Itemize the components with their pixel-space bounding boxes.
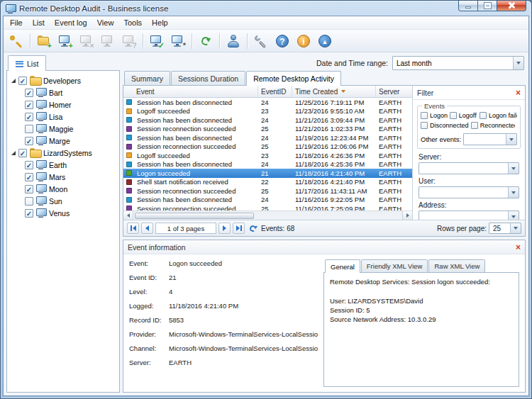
menu-list[interactable]: List xyxy=(28,17,50,28)
checkbox-icon[interactable] xyxy=(471,122,478,129)
tab-raw-xml-view[interactable]: Raw XML View xyxy=(428,259,485,272)
event-row[interactable]: Session reconnection succeeded2511/21/20… xyxy=(123,125,412,134)
tree-item-lisa[interactable]: ✓Lisa xyxy=(9,111,118,123)
menu-view[interactable]: View xyxy=(92,17,119,28)
checkbox-icon[interactable] xyxy=(25,197,33,206)
event-row[interactable]: Session has been disconnected2411/21/201… xyxy=(123,116,412,125)
date-range-select[interactable]: Last month xyxy=(392,56,524,70)
filter-checkbox-reconnected[interactable]: Reconnected xyxy=(471,122,516,129)
checkbox-icon[interactable]: ✓ xyxy=(25,101,33,109)
tab-friendly-xml-view[interactable]: Friendly XML View xyxy=(361,259,428,272)
menu-event-log[interactable]: Event log xyxy=(50,17,92,28)
menu-help[interactable]: Help xyxy=(147,17,173,28)
event-row[interactable]: Session has been disconnected2411/25/201… xyxy=(123,98,412,107)
scroll-left-button[interactable] xyxy=(123,211,133,220)
last-page-button[interactable] xyxy=(233,223,245,234)
refresh-list-button[interactable] xyxy=(249,225,257,232)
tab-list[interactable]: List xyxy=(8,55,46,71)
page-indicator[interactable]: 1 of 3 pages xyxy=(155,223,216,234)
refresh-button[interactable] xyxy=(196,32,216,50)
event-row[interactable]: Session has been disconnected2411/19/201… xyxy=(123,133,412,142)
close-filter-icon[interactable]: × xyxy=(516,89,521,97)
checkbox-icon[interactable]: ✓ xyxy=(25,89,33,97)
checkbox-icon[interactable] xyxy=(421,122,428,129)
next-page-button[interactable] xyxy=(218,223,231,234)
add-computer-button[interactable]: + xyxy=(55,32,75,50)
column-header-server[interactable]: Server xyxy=(376,86,412,97)
filter-checkbox-disconnected[interactable]: Disconnected xyxy=(421,122,471,129)
tree-item-homer[interactable]: ✓Homer xyxy=(9,99,118,111)
checkbox-icon[interactable] xyxy=(480,112,487,119)
close-button[interactable] xyxy=(497,0,526,11)
event-row[interactable]: Session reconnection succeeded2511/17/20… xyxy=(123,186,412,196)
event-row[interactable]: Session has been disconnected2411/18/201… xyxy=(123,160,412,169)
options-button[interactable] xyxy=(251,32,271,50)
about-button[interactable]: i xyxy=(294,32,314,50)
checkbox-icon[interactable]: ✓ xyxy=(18,77,27,85)
tree-item-maggie[interactable]: Maggie xyxy=(9,123,118,135)
other-events-select[interactable] xyxy=(463,133,517,145)
checkbox-icon[interactable]: ✓ xyxy=(25,161,33,169)
event-row[interactable]: Logoff succeeded2311/18/2016 4:26:36 PME… xyxy=(123,151,412,160)
prev-page-button[interactable] xyxy=(141,223,153,234)
close-event-info-icon[interactable]: × xyxy=(516,243,521,252)
menu-file[interactable]: File xyxy=(5,17,28,28)
expander-icon[interactable] xyxy=(11,151,16,155)
checkbox-icon[interactable]: ✓ xyxy=(25,173,33,181)
event-row[interactable]: Session has been disconnected2411/16/201… xyxy=(123,196,412,205)
tree-item-venus[interactable]: ✓Venus xyxy=(9,207,118,219)
column-header-time-created[interactable]: Time Created xyxy=(292,86,376,97)
column-header-eventid[interactable]: EventID xyxy=(258,86,292,97)
expander-icon[interactable] xyxy=(11,79,16,83)
filter-checkbox-logoff[interactable]: Logoff xyxy=(450,112,480,119)
dropdown-arrow-icon[interactable] xyxy=(508,187,519,198)
checkbox-icon[interactable]: ✓ xyxy=(25,137,33,145)
tab-sessions-duration[interactable]: Sessions Duration xyxy=(171,71,245,85)
titlebar[interactable]: Remote Desktop Audit - Business license xyxy=(1,1,531,16)
column-header-event[interactable]: Event xyxy=(123,86,258,97)
filter-checkbox-logon[interactable]: Logon xyxy=(421,112,450,119)
event-row[interactable]: Session reconnection succeeded2511/16/20… xyxy=(123,204,412,210)
first-page-button[interactable] xyxy=(127,223,139,234)
event-row[interactable]: Logon succeeded2111/18/2016 4:21:40 PMEA… xyxy=(123,169,412,178)
tree-group-developers[interactable]: ✓Developers xyxy=(9,74,118,86)
checkbox-icon[interactable]: ✓ xyxy=(25,209,33,218)
user-filter-select[interactable] xyxy=(419,186,519,198)
checkbox-icon[interactable] xyxy=(421,112,428,119)
collect-data-button[interactable]: ✓ xyxy=(147,32,167,50)
help-button[interactable]: ? xyxy=(272,32,292,50)
checkbox-icon[interactable] xyxy=(450,112,457,119)
event-row[interactable]: Session reconnection succeeded2511/19/20… xyxy=(123,142,412,152)
tree-item-marge[interactable]: ✓Marge xyxy=(9,135,118,147)
scroll-thumb[interactable] xyxy=(135,213,254,219)
tree-item-sun[interactable]: Sun xyxy=(9,195,118,207)
checkbox-icon[interactable] xyxy=(25,125,33,133)
checkbox-icon[interactable]: ✓ xyxy=(25,113,33,121)
checkbox-icon[interactable]: ✓ xyxy=(18,149,27,157)
tab-remote-desktop-activity[interactable]: Remote Desktop Activity xyxy=(246,71,341,86)
scroll-right-button[interactable] xyxy=(402,211,412,220)
dropdown-arrow-icon[interactable] xyxy=(506,134,516,145)
maximize-button[interactable] xyxy=(478,0,497,11)
dropdown-arrow-icon[interactable] xyxy=(508,163,519,174)
collection-settings-button[interactable]: * xyxy=(168,32,188,50)
add-group-button[interactable]: + xyxy=(34,32,54,50)
tree-item-moon[interactable]: ✓Moon xyxy=(9,183,118,195)
dropdown-arrow-icon[interactable] xyxy=(510,223,521,233)
horizontal-scrollbar[interactable] xyxy=(123,210,412,220)
minimize-button[interactable] xyxy=(458,0,478,11)
menu-tools[interactable]: Tools xyxy=(118,17,147,28)
tree-item-earth[interactable]: ✓Earth xyxy=(9,159,118,171)
dropdown-arrow-icon[interactable] xyxy=(508,211,519,220)
tree-group-lizardsystems[interactable]: ✓LizardSystems xyxy=(9,147,118,159)
tree-item-bart[interactable]: ✓Bart xyxy=(9,86,118,99)
filter-checkbox-logon-failed[interactable]: Logon failed xyxy=(480,112,517,119)
tree-item-mars[interactable]: ✓Mars xyxy=(9,171,118,183)
event-row[interactable]: Shell start notification received2211/18… xyxy=(123,178,412,187)
tab-general[interactable]: General xyxy=(325,259,360,273)
event-row[interactable]: Logoff succeeded2311/23/2016 9:55:10 AME… xyxy=(123,107,412,116)
tab-summary[interactable]: Summary xyxy=(124,71,170,85)
user-sessions-button[interactable] xyxy=(223,32,243,50)
check-updates-button[interactable]: ▲ xyxy=(315,32,335,50)
rows-per-page-select[interactable]: 25 xyxy=(489,223,521,234)
